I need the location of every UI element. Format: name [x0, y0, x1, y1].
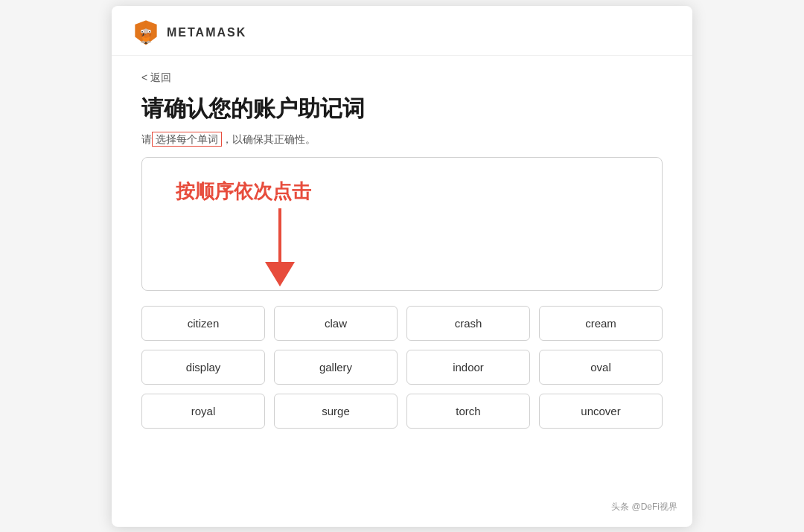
svg-marker-21 — [265, 262, 295, 286]
arrow-icon — [258, 208, 302, 291]
back-button[interactable]: < 返回 — [141, 71, 171, 85]
app-header: METAMASK — [112, 6, 692, 56]
screenshot-container: METAMASK < 返回 请确认您的账户助记词 请选择每个单词，以确保其正确性… — [0, 0, 804, 532]
word-buttons-grid: citizen claw crash cream display gallery… — [141, 306, 663, 429]
word-btn-gallery[interactable]: gallery — [274, 350, 398, 385]
subtitle-before: 请 — [141, 133, 152, 145]
page-title: 请确认您的账户助记词 — [141, 94, 663, 123]
subtitle: 请选择每个单词，以确保其正确性。 — [141, 133, 663, 147]
main-content: < 返回 请确认您的账户助记词 请选择每个单词，以确保其正确性。 按顺序依次点击… — [112, 56, 692, 443]
word-btn-uncover[interactable]: uncover — [539, 394, 663, 429]
word-btn-cream[interactable]: cream — [539, 306, 663, 341]
word-btn-royal[interactable]: royal — [141, 394, 265, 429]
app-title: METAMASK — [167, 26, 246, 39]
subtitle-highlight: 选择每个单词 — [152, 132, 222, 147]
annotation-text: 按顺序依次点击 — [176, 179, 311, 205]
word-btn-display[interactable]: display — [141, 350, 265, 385]
word-btn-oval[interactable]: oval — [539, 350, 663, 385]
word-btn-claw[interactable]: claw — [274, 306, 398, 341]
svg-point-18 — [141, 31, 143, 32]
svg-point-19 — [149, 31, 150, 32]
watermark: 头条 @DeFi视界 — [611, 501, 677, 513]
word-btn-surge[interactable]: surge — [274, 394, 398, 429]
subtitle-after: ，以确保其正确性。 — [222, 133, 316, 145]
word-btn-indoor[interactable]: indoor — [406, 350, 530, 385]
app-frame: METAMASK < 返回 请确认您的账户助记词 请选择每个单词，以确保其正确性… — [112, 6, 692, 527]
word-selection-area: 按顺序依次点击 — [141, 157, 663, 291]
word-btn-citizen[interactable]: citizen — [141, 306, 265, 341]
word-btn-torch[interactable]: torch — [406, 394, 530, 429]
word-btn-crash[interactable]: crash — [406, 306, 530, 341]
metamask-logo-icon — [133, 19, 159, 46]
